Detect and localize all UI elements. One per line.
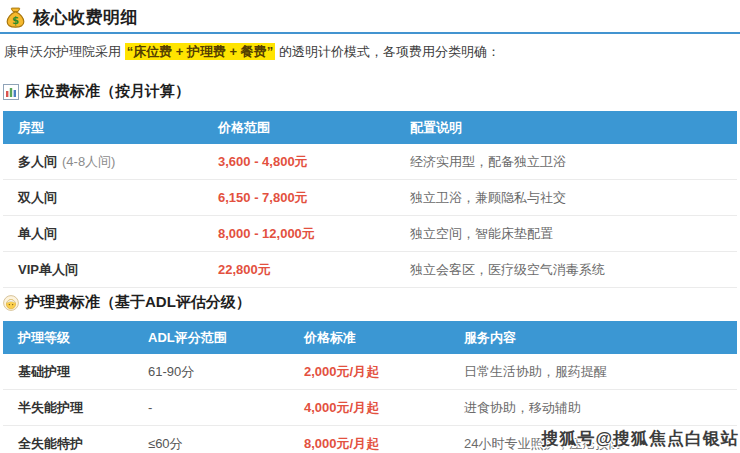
room-type: 多人间: [18, 154, 57, 169]
care-col-level: 护理等级: [3, 321, 133, 354]
price-range: 22,800元: [203, 252, 395, 288]
table-row: 半失能护理 - 4,000元/月起 进食协助，移动辅助: [3, 390, 737, 426]
care-level: 基础护理: [3, 354, 133, 390]
bed-section-title: 床位费标准（按月计算）: [3, 83, 740, 100]
care-section-title: 护理费标准（基于ADL评估分级）: [3, 294, 740, 311]
table-row: 基础护理 61-90分 2,000元/月起 日常生活协助，服药提醒: [3, 354, 737, 390]
page-title: 核心收费明细: [33, 6, 138, 29]
care-level: 全失能特护: [3, 426, 133, 453]
money-bag-icon: $: [6, 7, 25, 28]
service-content: 进食协助，移动辅助: [449, 390, 737, 426]
intro-suffix: 的透明计价模式，各项费用分类明确：: [275, 44, 500, 59]
care-table-header-row: 护理等级 ADL评分范围 价格标准 服务内容: [3, 321, 737, 354]
room-desc: 独立卫浴，兼顾隐私与社交: [395, 180, 737, 216]
room-note: (4-8人间): [62, 154, 115, 169]
price-range: 8,000 - 12,000元: [203, 216, 395, 252]
bed-section-title-text: 床位费标准（按月计算）: [25, 82, 190, 101]
room-type: 双人间: [18, 190, 57, 205]
bed-col-price: 价格范围: [203, 111, 395, 144]
bed-table-header-row: 房型 价格范围 配置说明: [3, 111, 737, 144]
bed-col-desc: 配置说明: [395, 111, 737, 144]
care-col-price: 价格标准: [289, 321, 449, 354]
price-standard: 8,000元/月起: [289, 426, 449, 453]
room-desc: 经济实用型，配备独立卫浴: [395, 144, 737, 180]
price-standard: 2,000元/月起: [289, 354, 449, 390]
room-desc: 独立会客区，医疗级空气消毒系统: [395, 252, 737, 288]
care-col-service: 服务内容: [449, 321, 737, 354]
bed-fee-table: 房型 价格范围 配置说明 多人间(4-8人间) 3,600 - 4,800元 经…: [3, 111, 737, 288]
title-divider: [0, 32, 740, 34]
table-row: VIP单人间 22,800元 独立会客区，医疗级空气消毒系统: [3, 252, 737, 288]
room-type: VIP单人间: [18, 262, 78, 277]
article-page: $ 核心收费明细 康申沃尔护理院采用 “床位费 + 护理费 + 餐费” 的透明计…: [0, 0, 740, 453]
table-row: 多人间(4-8人间) 3,600 - 4,800元 经济实用型，配备独立卫浴: [3, 144, 737, 180]
price-range: 6,150 - 7,800元: [203, 180, 395, 216]
care-section-title-text: 护理费标准（基于ADL评估分级）: [25, 293, 251, 312]
intro-prefix: 康申沃尔护理院采用: [4, 44, 125, 59]
service-content: 24小时专业照护，压疮预防: [449, 426, 737, 453]
price-range: 3,600 - 4,800元: [203, 144, 395, 180]
table-row: 单人间 8,000 - 12,000元 独立空间，智能床垫配置: [3, 216, 737, 252]
adl-range: -: [133, 390, 289, 426]
table-row: 全失能特护 ≤60分 8,000元/月起 24小时专业照护，压疮预防: [3, 426, 737, 453]
nurse-icon: [3, 295, 19, 311]
table-row: 双人间 6,150 - 7,800元 独立卫浴，兼顾隐私与社交: [3, 180, 737, 216]
bed-col-room: 房型: [3, 111, 203, 144]
adl-range: ≤60分: [133, 426, 289, 453]
service-content: 日常生活协助，服药提醒: [449, 354, 737, 390]
price-standard: 4,000元/月起: [289, 390, 449, 426]
bar-chart-icon: [3, 84, 19, 100]
care-level: 半失能护理: [3, 390, 133, 426]
svg-text:$: $: [12, 15, 19, 26]
intro-highlight: “床位费 + 护理费 + 餐费”: [125, 43, 276, 60]
room-type: 单人间: [18, 226, 57, 241]
care-fee-table: 护理等级 ADL评分范围 价格标准 服务内容 基础护理 61-90分 2,000…: [3, 321, 737, 453]
care-col-adl: ADL评分范围: [133, 321, 289, 354]
intro-paragraph: 康申沃尔护理院采用 “床位费 + 护理费 + 餐费” 的透明计价模式，各项费用分…: [4, 44, 736, 60]
page-title-row: $ 核心收费明细: [0, 0, 740, 29]
adl-range: 61-90分: [133, 354, 289, 390]
room-desc: 独立空间，智能床垫配置: [395, 216, 737, 252]
